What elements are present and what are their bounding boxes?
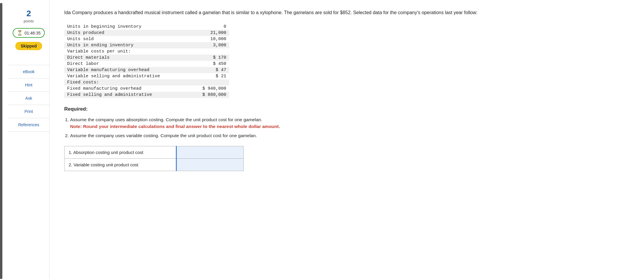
data-row-value-6: $ 450: [188, 61, 229, 67]
timer-badge: ⏳ 01:46:35: [13, 28, 45, 38]
data-row-label-4: Variable costs per unit:: [64, 48, 188, 55]
data-row-label-7: Variable manufacturing overhead: [64, 67, 188, 73]
answer-input-2[interactable]: [181, 162, 239, 168]
data-row-label-0: Units in beginning inventory: [64, 24, 188, 30]
answer-row-2: 2. Variable costing unit product cost: [65, 159, 244, 171]
answer-input-cell-1[interactable]: [176, 146, 244, 159]
data-row-label-9: Fixed costs:: [64, 79, 188, 86]
timer-value: 01:46:35: [24, 31, 41, 35]
data-row-value-5: $ 170: [188, 55, 229, 61]
required-item-2-text: Assume the company uses variable costing…: [70, 133, 257, 138]
data-row-value-3: 3,000: [188, 42, 229, 48]
data-row-value-0: 0: [188, 24, 229, 30]
answer-table: 1. Absorption costing unit product cost …: [64, 146, 244, 171]
sidebar-item-references[interactable]: References: [8, 118, 49, 132]
sidebar-item-ebook[interactable]: eBook: [8, 65, 49, 78]
data-row-label-3: Units in ending inventory: [64, 42, 188, 48]
data-row-label-8: Variable selling and administrative: [64, 73, 188, 79]
question-number: 2: [27, 9, 31, 18]
sidebar-item-hint[interactable]: Hint: [8, 78, 49, 92]
sidebar-item-ask[interactable]: Ask: [8, 92, 49, 105]
data-row-value-11: $ 880,000: [188, 92, 229, 98]
data-row-value-8: $ 21: [188, 73, 229, 79]
points-label: points: [24, 19, 34, 23]
answer-label-1: 1. Absorption costing unit product cost: [65, 146, 176, 159]
data-row-label-11: Fixed selling and administrative: [64, 92, 188, 98]
data-row-value-1: 21,000: [188, 30, 229, 36]
data-row-value-7: $ 47: [188, 67, 229, 73]
data-row-value-10: $ 940,000: [188, 86, 229, 92]
required-heading: Required:: [64, 106, 626, 112]
data-row-label-2: Units sold: [64, 36, 188, 42]
sidebar-item-print[interactable]: Print: [8, 105, 49, 118]
question-intro: Ida Company produces a handcrafted music…: [64, 9, 626, 17]
accent-bar: [0, 3, 2, 279]
data-row-label-10: Fixed manufacturing overhead: [64, 86, 188, 92]
data-row-value-2: 18,000: [188, 36, 229, 42]
data-row-value-4: [188, 48, 229, 55]
main-content: Ida Company produces a handcrafted music…: [49, 0, 644, 279]
skipped-badge: Skipped: [15, 42, 42, 50]
answer-input-cell-2[interactable]: [176, 159, 244, 171]
answer-row-1: 1. Absorption costing unit product cost: [65, 146, 244, 159]
data-table: Units in beginning inventory0Units produ…: [64, 24, 229, 98]
data-row-label-5: Direct materials: [64, 55, 188, 61]
answer-label-2: 2. Variable costing unit product cost: [65, 159, 176, 171]
data-row-value-9: [188, 79, 229, 86]
sidebar-nav: eBook Hint Ask Print References: [8, 65, 49, 132]
data-row-label-1: Units produced: [64, 30, 188, 36]
answer-input-1[interactable]: [181, 149, 239, 155]
required-item-1-text: Assume the company uses absorption costi…: [70, 117, 262, 122]
data-row-label-6: Direct labor: [64, 61, 188, 67]
required-item-1: Assume the company uses absorption costi…: [70, 116, 626, 130]
required-list: Assume the company uses absorption costi…: [70, 116, 626, 139]
sidebar: 2 points ⏳ 01:46:35 Skipped eBook Hint A…: [8, 0, 49, 279]
required-item-2: Assume the company uses variable costing…: [70, 132, 626, 139]
timer-icon: ⏳: [17, 30, 23, 36]
required-item-1-note: Note: Round your intermediate calculatio…: [70, 124, 280, 129]
